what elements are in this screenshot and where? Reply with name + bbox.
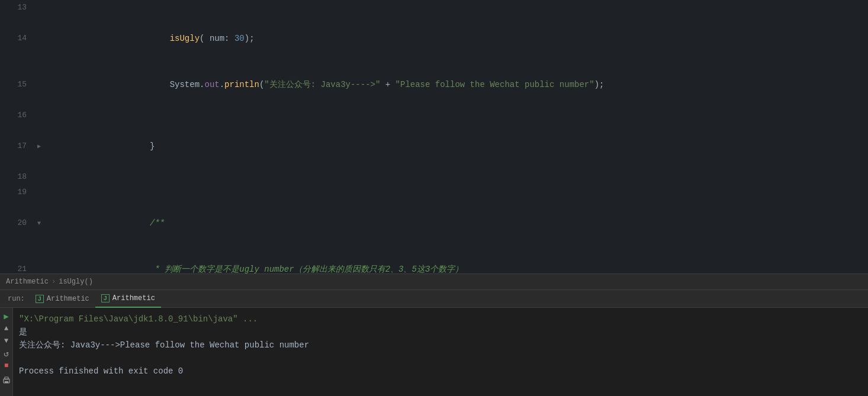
fold-icon[interactable]: ▶ [37, 143, 41, 150]
table-row: 18 [0, 169, 868, 185]
output-line-result-2: 关注公众号: Java3y--->Please follow the Wecha… [19, 339, 862, 352]
code-content[interactable] [46, 185, 868, 200]
tab-arithmetic-1[interactable]: J Arithmetic [30, 290, 95, 308]
code-table: 13 14 isUgly( num: 30); 15 [0, 0, 868, 273]
line-number: 18 [0, 169, 33, 185]
code-content[interactable] [46, 108, 868, 123]
stop-button[interactable]: ■ [1, 360, 12, 371]
code-content[interactable] [46, 0, 868, 15]
line-number: 15 [0, 62, 33, 108]
output-line-command: "X:\Program Files\Java\jdk1.8.0_91\bin\j… [19, 313, 862, 326]
down-button[interactable]: ▼ [1, 336, 12, 346]
table-row: 17 ▶ } [0, 123, 868, 169]
breadcrumb-separator: › [52, 273, 56, 290]
gutter-fold[interactable]: ▶ [33, 123, 46, 169]
run-tabs: run: J Arithmetic J Arithmetic [0, 290, 868, 308]
output-line-result-1: 是 [19, 326, 862, 339]
code-content[interactable]: System.out.println("关注公众号: Java3y---->" … [46, 62, 868, 108]
gutter [33, 169, 46, 185]
gutter [33, 62, 46, 108]
table-row: 14 isUgly( num: 30); [0, 15, 868, 62]
table-row: 13 [0, 0, 868, 15]
java-icon-2: J [101, 294, 110, 302]
run-label: run: [3, 295, 30, 303]
line-number: 14 [0, 15, 33, 62]
output-area[interactable]: "X:\Program Files\Java\jdk1.8.0_91\bin\j… [13, 308, 868, 396]
gutter-fold[interactable]: ▼ [33, 200, 46, 246]
java-icon-1: J [36, 295, 44, 303]
gutter [33, 246, 46, 273]
line-number: 21 [0, 246, 33, 273]
svg-rect-1 [5, 377, 8, 379]
tab-label-1: Arithmetic [47, 295, 89, 303]
breadcrumb-item-method[interactable]: isUgly() [59, 273, 93, 290]
line-number: 19 [0, 185, 33, 200]
line-number: 13 [0, 0, 33, 15]
table-row: 19 [0, 185, 868, 200]
code-content[interactable]: isUgly( num: 30); [46, 15, 868, 62]
code-content[interactable] [46, 169, 868, 185]
code-content[interactable]: /** [46, 200, 868, 246]
ide-container: 13 14 isUgly( num: 30); 15 [0, 0, 868, 396]
line-number: 20 [0, 200, 33, 246]
code-content[interactable]: } [46, 123, 868, 169]
gutter [33, 108, 46, 123]
print-button[interactable] [1, 375, 12, 386]
gutter [33, 0, 46, 15]
line-number: 17 [0, 123, 33, 169]
breadcrumb-item-arithmetic[interactable]: Arithmetic [6, 273, 49, 290]
code-editor: 13 14 isUgly( num: 30); 15 [0, 0, 868, 273]
panel-body: ▶ ▲ ▼ ↺ ■ "X:\Program Files\Java\jdk1.8.… [0, 308, 868, 396]
output-line-process: Process finished with exit code 0 [19, 365, 862, 378]
output-line-blank [19, 352, 862, 365]
gutter [33, 185, 46, 200]
line-number: 16 [0, 108, 33, 123]
table-row: 20 ▼ /** [0, 200, 868, 246]
breadcrumb: Arithmetic › isUgly() [0, 273, 868, 290]
play-button[interactable]: ▶ [1, 311, 12, 321]
code-content[interactable]: * 判断一个数字是不是ugly number（分解出来的质因数只有2、3、5这3… [46, 246, 868, 273]
restart-button[interactable]: ↺ [1, 348, 12, 359]
tab-arithmetic-2[interactable]: J Arithmetic [95, 290, 161, 308]
gutter [33, 15, 46, 62]
table-row: 21 * 判断一个数字是不是ugly number（分解出来的质因数只有2、3、… [0, 246, 868, 273]
table-row: 16 [0, 108, 868, 123]
bottom-panel: run: J Arithmetic J Arithmetic ▶ ▲ ▼ ↺ ■ [0, 290, 868, 396]
svg-rect-2 [5, 381, 8, 383]
run-controls: ▶ ▲ ▼ ↺ ■ [0, 308, 13, 396]
table-row: 15 System.out.println("关注公众号: Java3y----… [0, 62, 868, 108]
tab-label-2: Arithmetic [112, 294, 155, 302]
up-button[interactable]: ▲ [1, 323, 12, 334]
fold-icon[interactable]: ▼ [37, 220, 41, 227]
